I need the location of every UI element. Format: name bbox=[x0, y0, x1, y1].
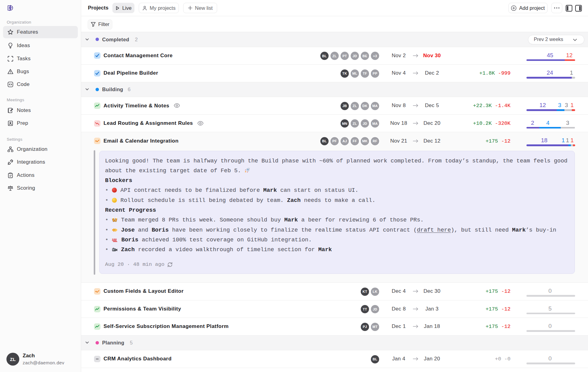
svg-text:100: 100 bbox=[112, 237, 117, 241]
